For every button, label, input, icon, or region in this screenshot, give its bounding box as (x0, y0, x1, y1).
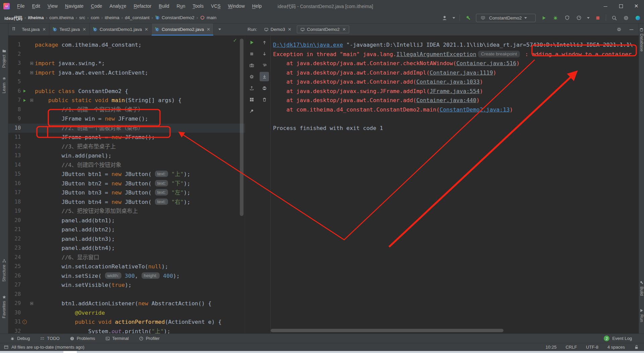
maximize-button[interactable] (613, 0, 629, 12)
code-line-24[interactable]: 24 //6、显示窗口 (8, 253, 245, 262)
inspections-ok-icon[interactable]: ✓ (233, 37, 237, 43)
chevron-down-icon[interactable] (452, 17, 455, 19)
console-tool-scroll-end[interactable] (260, 72, 269, 81)
run-tab-constantdemo2[interactable]: ConstantDemo2✕ (297, 26, 349, 33)
profiler-icon[interactable] (575, 14, 583, 21)
build-hammer-icon[interactable] (464, 14, 472, 21)
console-link[interactable]: ConstantDemo2.java:13 (440, 106, 510, 113)
code-line-2[interactable]: 2 (8, 50, 245, 59)
tool-window-button-problems[interactable]: Problems (70, 336, 95, 341)
close-tab-icon[interactable]: ✕ (342, 27, 346, 32)
menu-item-view[interactable]: View (44, 2, 61, 10)
chevron-down-icon[interactable] (587, 17, 590, 19)
code-line-21[interactable]: 21 panel.add(btn2); (8, 225, 245, 234)
code-line-18[interactable]: 18 JButton btn4 = new JButton( text: "右"… (8, 197, 245, 207)
console-link[interactable]: Container.java:1033 (416, 79, 480, 85)
menu-item-tools[interactable]: Tools (189, 2, 207, 10)
editor-tab-constantdemo2-java[interactable]: CConstantDemo2.java✕ (152, 24, 214, 35)
code-line-26[interactable]: 26 win.setSize( width: 300, height: 400)… (8, 271, 245, 281)
editor-tab-test-java[interactable]: Test.java✕ (19, 24, 49, 35)
tool-window-button-learn[interactable]: Learn (0, 77, 8, 93)
code-line-3[interactable]: 3import javax.swing.*; (8, 59, 245, 68)
close-tab-icon[interactable]: ✕ (42, 27, 46, 32)
close-tab-icon[interactable]: ✕ (145, 27, 148, 32)
code-line-29[interactable]: 29 btn1.addActionListener(new AbstractAc… (8, 299, 245, 308)
console-tool-soft-wrap[interactable] (260, 60, 269, 70)
fold-icon[interactable] (30, 99, 33, 102)
tool-window-button-favorites[interactable]: Favorites (0, 295, 8, 318)
code-line-28[interactable]: 28 (8, 290, 245, 299)
code-line-15[interactable]: 15 JButton btn1 = new JButton( text: "上"… (8, 170, 245, 179)
tool-window-button-database[interactable]: Database (639, 28, 644, 52)
menu-item-code[interactable]: Code (88, 2, 105, 10)
close-tab-icon[interactable]: ✕ (83, 27, 86, 32)
user-icon[interactable] (441, 14, 448, 21)
code-line-19[interactable]: 19 //5、把按钮对象添加到桌布上 (8, 207, 245, 216)
settings-gear-icon[interactable] (622, 14, 630, 21)
editor-vertical-scrollbar[interactable] (240, 39, 244, 216)
breadcrumb-item-8[interactable]: main (200, 15, 216, 20)
code-line-9[interactable]: 9 JFrame win = new JFrame(); (8, 114, 245, 124)
code-line-22[interactable]: 22 panel.add(btn3); (8, 234, 245, 244)
code-line-12[interactable]: 12 //3、把桌布垫桌子上 (8, 142, 245, 151)
code-line-6[interactable]: 6public class ConstantDemo2 { (8, 87, 245, 96)
code-line-31[interactable]: 31↑ public void actionPerformed(ActionEv… (8, 317, 245, 327)
tool-window-button-run[interactable]: Run (639, 308, 644, 322)
fold-icon[interactable] (30, 71, 33, 74)
console-tool-export[interactable] (247, 83, 256, 93)
code-line-4[interactable]: 4import java.awt.event.ActionEvent; (8, 68, 245, 78)
breadcrumb-item-3[interactable]: src (79, 15, 85, 20)
close-tab-icon[interactable]: ✕ (288, 27, 291, 32)
menu-item-edit[interactable]: Edit (29, 2, 44, 10)
console-link[interactable]: IllegalArgumentException (396, 51, 476, 57)
debug-button-icon[interactable] (552, 14, 559, 21)
tool-window-button-structure[interactable]: Structure (0, 259, 8, 282)
code-line-10[interactable]: 10 //2、创建一个面板对象（桌布） (8, 124, 245, 133)
breadcrumb-item-6[interactable]: d4_constant (125, 15, 150, 20)
code-line-14[interactable]: 14 //4、创建四个按钮对象 (8, 161, 245, 170)
breadcrumb-item-2[interactable]: com.itheima (49, 15, 74, 20)
tool-window-button-build[interactable]: Build (639, 280, 644, 296)
overrides-gutter-icon[interactable]: ↑ (22, 320, 27, 324)
code-line-16[interactable]: 16 JButton btn2 = new JButton( text: "下"… (8, 179, 245, 188)
status-widget-crlf[interactable]: CRLF (566, 345, 577, 350)
console-tool-camera[interactable] (247, 60, 256, 70)
code-line-27[interactable]: 27 win.setVisible(true); (8, 280, 245, 290)
menu-item-analyze[interactable]: Analyze (106, 2, 130, 10)
code-line-17[interactable]: 17 JButton btn3 = new JButton( text: "左"… (8, 188, 245, 197)
breadcrumb-item-0[interactable]: idea代码 (4, 14, 22, 21)
settings-gear-icon[interactable] (615, 26, 623, 33)
tab-strip-icon[interactable] (11, 27, 16, 33)
code-line-23[interactable]: 23 panel.add(btn4); (8, 244, 245, 253)
console-output[interactable]: D:\jdk17\bin\java.exe "-javaagent:D:\Int… (271, 36, 639, 334)
status-widget-10-25[interactable]: 10:25 (546, 345, 557, 350)
hidden-tabs-chevron-icon[interactable] (218, 29, 221, 30)
console-link[interactable]: D:\jdk17\bin\java.exe (273, 42, 343, 48)
console-tool-pin[interactable] (247, 106, 256, 116)
code-line-11[interactable]: 11 JFrame panel = new JFrame(); (8, 133, 245, 142)
console-link[interactable]: Container.java:440 (416, 97, 476, 103)
breadcrumb-item-7[interactable]: CConstantDemo2 (155, 15, 195, 20)
status-widget-4-spaces[interactable]: 4 spaces (607, 345, 625, 350)
run-button-icon[interactable] (540, 14, 547, 21)
fold-icon[interactable] (30, 302, 33, 305)
console-link[interactable]: Container.java:1119 (430, 70, 493, 76)
close-tab-icon[interactable]: ✕ (207, 27, 210, 32)
code-line-25[interactable]: 25 win.setLocationRelativeTo(null); (8, 262, 245, 271)
create-breakpoint-inlay[interactable]: Create breakpoint (478, 51, 520, 57)
event-log-button[interactable]: 2 Event Log (604, 336, 644, 341)
console-tool-settings[interactable] (247, 72, 256, 81)
code-line-30[interactable]: 30 @Override (8, 308, 245, 318)
close-button[interactable]: ✕ (629, 0, 644, 12)
hide-tool-window-icon[interactable]: ─ (630, 27, 633, 33)
tool-window-button-todo[interactable]: TODO (40, 336, 59, 341)
menu-item-file[interactable]: File (14, 2, 28, 10)
fold-icon[interactable] (30, 62, 33, 65)
menu-item-refactor[interactable]: Refactor (130, 2, 155, 10)
menu-item-navigate[interactable]: Navigate (62, 2, 87, 10)
breadcrumb-item-1[interactable]: itheima (28, 15, 44, 20)
editor-tab-constantdemo1-java[interactable]: CConstantDemo1.java✕ (90, 24, 152, 35)
console-link[interactable]: JFrame.java:554 (430, 88, 480, 94)
menu-item-build[interactable]: Build (155, 2, 172, 10)
console-tool-arrow-down[interactable] (260, 49, 269, 58)
